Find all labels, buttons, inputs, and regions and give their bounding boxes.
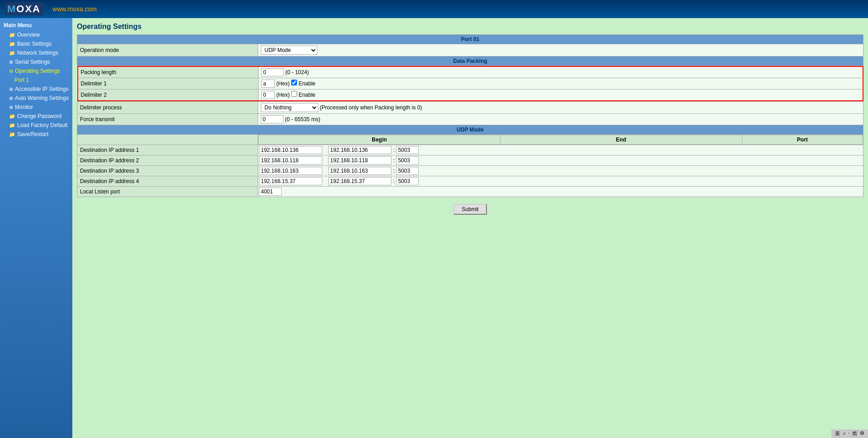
sidebar-label-load-factory: Load Factory Default bbox=[17, 122, 67, 128]
port-header-row: Port 01 bbox=[77, 35, 863, 44]
header-url: www.moxa.com bbox=[52, 5, 97, 13]
dest-ip3-port[interactable] bbox=[396, 167, 419, 175]
sidebar-title: Main Menu bbox=[0, 20, 72, 30]
dest-ip3-label: Destination IP address 3 bbox=[77, 166, 258, 176]
sidebar-label-overview: Overview bbox=[17, 32, 40, 38]
sidebar-item-overview[interactable]: 📁 Overview bbox=[0, 30, 72, 39]
delimiter1-value-cell: (Hex) Enable bbox=[259, 78, 863, 89]
dest-ip4-begin[interactable] bbox=[259, 177, 322, 185]
delimiter1-hex: (Hex) bbox=[276, 80, 289, 87]
sidebar-label-operating-settings: Operating Settings bbox=[15, 68, 60, 74]
force-transmit-input[interactable] bbox=[261, 115, 283, 123]
sidebar-item-auto-warning[interactable]: ⊕ Auto Warning Settings bbox=[0, 94, 72, 103]
udp-mode-header: UDP Mode bbox=[77, 125, 863, 135]
red-border-row: Packing length (0 - 1024) Delimiter 1 (H… bbox=[77, 66, 863, 102]
delimiter1-row: Delimiter 1 (Hex) Enable bbox=[78, 78, 863, 89]
sidebar-label-monitor: Monitor bbox=[15, 104, 33, 110]
udp-headers-table: Begin End Port bbox=[258, 135, 863, 145]
dest-ip1-begin[interactable] bbox=[259, 146, 322, 154]
expand-icon: ⊕ bbox=[9, 95, 13, 101]
sidebar-item-serial-settings[interactable]: ⊕ Serial Settings bbox=[0, 57, 72, 66]
packing-length-range: (0 - 1024) bbox=[285, 69, 309, 75]
data-packing-table: Packing length (0 - 1024) Delimiter 1 (H… bbox=[77, 66, 863, 101]
sidebar-label-accessible-ip: Accessible IP Settings bbox=[15, 86, 69, 92]
expand-icon: ⊕ bbox=[9, 59, 13, 65]
sidebar-label-serial-settings: Serial Settings bbox=[15, 59, 50, 65]
delimiter2-enable-checkbox[interactable] bbox=[291, 91, 297, 97]
expand-icon: ⊖ bbox=[9, 68, 13, 74]
dest-ip2-port[interactable] bbox=[396, 156, 419, 165]
folder-icon: 📁 bbox=[9, 122, 15, 128]
port-header: Port 01 bbox=[77, 35, 863, 44]
folder-icon: 📁 bbox=[9, 132, 15, 137]
dest-ip4-row: Destination IP address 4 : bbox=[77, 176, 863, 187]
dest-ip4-label: Destination IP address 4 bbox=[77, 176, 258, 187]
delimiter-process-row: Delimiter process Do Nothing Strip Delim… bbox=[77, 102, 863, 114]
packing-length-row: Packing length (0 - 1024) bbox=[78, 66, 863, 78]
packing-length-input[interactable] bbox=[261, 68, 284, 76]
operation-mode-value-cell: UDP Mode Real COM Mode RFC 2217 Mode TCP… bbox=[258, 44, 863, 57]
taskbar-lang: 英 bbox=[835, 430, 840, 437]
sidebar-label-save-restart: Save/Restart bbox=[17, 131, 48, 137]
delimiter-process-value-cell: Do Nothing Strip Delimiter Strip All Del… bbox=[258, 102, 863, 114]
dest-ip1-row: Destination IP address 1 : bbox=[77, 145, 863, 155]
dest-ip2-end[interactable] bbox=[328, 156, 392, 165]
delimiter2-input[interactable] bbox=[261, 91, 275, 99]
taskbar-settings[interactable]: ⚙ bbox=[860, 430, 864, 437]
local-listen-row: Local Listen port bbox=[77, 187, 863, 197]
sidebar-item-accessible-ip[interactable]: ⊕ Accessible IP Settings bbox=[0, 85, 72, 94]
udp-mode-header-row: UDP Mode bbox=[77, 125, 863, 135]
dest-ip4-end[interactable] bbox=[328, 177, 392, 185]
folder-icon: 📁 bbox=[9, 32, 15, 38]
sidebar-item-operating-settings[interactable]: ⊖ Operating Settings bbox=[0, 66, 72, 75]
taskbar-chinese: 简 bbox=[852, 430, 857, 437]
delimiter1-enable-checkbox[interactable] bbox=[291, 80, 297, 85]
sidebar-item-network-settings[interactable]: 📁 Network Settings bbox=[0, 48, 72, 57]
operation-mode-label: Operation mode bbox=[77, 44, 258, 57]
dest-ip1-label: Destination IP address 1 bbox=[77, 145, 258, 155]
dest-ip2-row: Destination IP address 2 : bbox=[77, 155, 863, 166]
dest-ip2-begin[interactable] bbox=[259, 156, 322, 165]
delimiter2-enable-label: Enable bbox=[298, 92, 315, 98]
submit-row: Submit bbox=[77, 197, 863, 221]
settings-table: Port 01 Operation mode UDP Mode Real COM… bbox=[77, 34, 863, 197]
delimiter1-input[interactable] bbox=[261, 80, 275, 88]
packing-length-value-cell: (0 - 1024) bbox=[259, 66, 863, 78]
page-title: Operating Settings bbox=[77, 23, 863, 31]
delimiter2-label: Delimiter 2 bbox=[78, 89, 259, 101]
delimiter2-row: Delimiter 2 (Hex) Enable bbox=[78, 89, 863, 101]
force-transmit-label: Force transmit bbox=[77, 114, 258, 125]
expand-icon: ⊕ bbox=[9, 86, 13, 92]
folder-icon: 📁 bbox=[9, 50, 15, 56]
sidebar-label-auto-warning: Auto Warning Settings bbox=[15, 95, 69, 101]
sidebar-item-save-restart[interactable]: 📁 Save/Restart bbox=[0, 130, 72, 139]
taskbar-audio: ♪ bbox=[843, 430, 845, 437]
operation-mode-select[interactable]: UDP Mode Real COM Mode RFC 2217 Mode TCP… bbox=[261, 46, 317, 55]
sidebar-item-load-factory[interactable]: 📁 Load Factory Default bbox=[0, 121, 72, 130]
folder-icon: 📁 bbox=[9, 41, 15, 47]
dest-ip1-port[interactable] bbox=[396, 146, 419, 154]
delimiter-process-select[interactable]: Do Nothing Strip Delimiter Strip All Del… bbox=[261, 103, 318, 112]
sidebar-item-monitor[interactable]: ⊕ Monitor bbox=[0, 103, 72, 112]
dest-ip3-end[interactable] bbox=[328, 167, 392, 175]
force-transmit-range: (0 - 65535 ms) bbox=[285, 116, 320, 122]
udp-column-headers-row: Begin End Port bbox=[77, 135, 863, 145]
sidebar-item-basic-settings[interactable]: 📁 Basic Settings bbox=[0, 39, 72, 48]
local-listen-input[interactable] bbox=[259, 188, 282, 196]
delimiter1-label: Delimiter 1 bbox=[78, 78, 259, 89]
delimiter2-hex: (Hex) bbox=[276, 92, 289, 98]
dest-ip4-port[interactable] bbox=[396, 177, 419, 185]
sidebar-item-port1[interactable]: Port 1 bbox=[0, 75, 72, 85]
moxa-logo: MOXA bbox=[5, 3, 43, 15]
packing-length-label: Packing length bbox=[78, 66, 259, 78]
col-port: Port bbox=[742, 135, 863, 145]
dest-ip2-label: Destination IP address 2 bbox=[77, 155, 258, 166]
dest-ip3-begin[interactable] bbox=[259, 167, 322, 175]
sidebar-item-change-password[interactable]: 📁 Change Password bbox=[0, 112, 72, 121]
sidebar-label-change-password: Change Password bbox=[17, 113, 61, 119]
dest-ip1-end[interactable] bbox=[328, 146, 392, 154]
submit-button[interactable]: Submit bbox=[453, 204, 486, 215]
delimiter-process-note: (Processed only when Packing length is 0… bbox=[320, 104, 422, 111]
col-begin: Begin bbox=[259, 135, 500, 145]
delimiter-process-label: Delimiter process bbox=[77, 102, 258, 114]
